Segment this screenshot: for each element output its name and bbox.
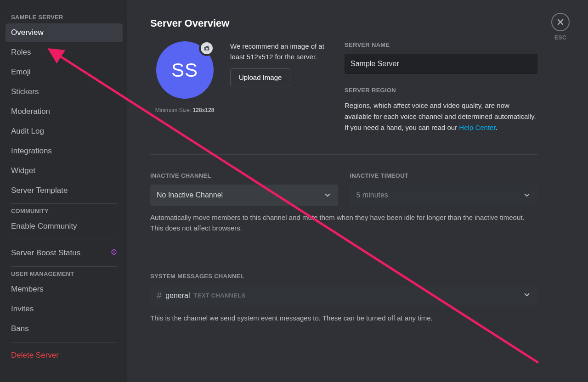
- section-divider: [150, 255, 537, 255]
- sidebar-item-label: Overview: [11, 28, 44, 38]
- select-value: 5 minutes: [356, 191, 388, 199]
- sidebar-item-enable-community[interactable]: Enable Community: [6, 217, 123, 236]
- inactive-timeout-select[interactable]: 5 minutes: [350, 185, 538, 206]
- esc-label: ESC: [551, 34, 570, 41]
- sidebar-item-label: Roles: [11, 47, 31, 58]
- inactive-help-text: Automatically move members to this chann…: [150, 212, 537, 234]
- settings-sidebar: SAMPLE SERVER Overview Roles Emoji Stick…: [0, 0, 127, 382]
- sidebar-divider: [11, 342, 117, 343]
- boost-gem-icon: [111, 248, 117, 258]
- main-content: Server Overview SS Minimum Size: 128x128…: [127, 0, 588, 382]
- sidebar-divider: [11, 203, 117, 204]
- sidebar-section-community: COMMUNITY: [6, 208, 123, 217]
- system-messages-help-text: This is the channel we send system event…: [150, 313, 537, 323]
- svg-point-0: [113, 252, 115, 253]
- upload-hint-text: We recommend an image of at least 512x51…: [230, 41, 334, 62]
- server-name-input[interactable]: [345, 54, 537, 74]
- inactive-channel-select[interactable]: No Inactive Channel: [150, 185, 338, 206]
- server-region-text: Regions, which affect voice and video qu…: [345, 100, 537, 133]
- close-area: ESC: [551, 13, 570, 41]
- sidebar-item-label: Server Template: [11, 185, 68, 196]
- minimum-size-label: Minimum Size: 128x128: [150, 107, 219, 113]
- sidebar-item-label: Server Boost Status: [11, 248, 80, 258]
- page-title: Server Overview: [150, 17, 537, 29]
- sidebar-item-invites[interactable]: Invites: [6, 300, 123, 319]
- sidebar-item-roles[interactable]: Roles: [6, 43, 123, 62]
- inactive-timeout-label: INACTIVE TIMEOUT: [350, 172, 538, 179]
- sidebar-item-label: Invites: [11, 304, 34, 315]
- select-value: No Inactive Channel: [157, 191, 223, 199]
- sidebar-item-members[interactable]: Members: [6, 280, 123, 299]
- sidebar-item-label: Stickers: [11, 87, 39, 97]
- sidebar-item-audit-log[interactable]: Audit Log: [6, 122, 123, 141]
- sidebar-item-server-template[interactable]: Server Template: [6, 181, 123, 200]
- sidebar-divider: [11, 240, 117, 240]
- chevron-down-icon: [323, 191, 332, 199]
- chevron-down-icon: [523, 191, 531, 199]
- upload-image-button[interactable]: Upload Image: [230, 68, 290, 86]
- server-region-label: SERVER REGION: [345, 87, 537, 94]
- sidebar-item-overview[interactable]: Overview: [6, 23, 123, 42]
- sidebar-item-label: Integrations: [11, 146, 52, 157]
- sidebar-section-server: SAMPLE SERVER: [6, 14, 123, 23]
- sidebar-item-integrations[interactable]: Integrations: [6, 142, 123, 161]
- sidebar-item-label: Emoji: [11, 67, 31, 78]
- upload-image-icon[interactable]: [199, 40, 215, 56]
- sidebar-item-label: Delete Server: [11, 350, 59, 361]
- svg-rect-2: [207, 46, 209, 46]
- sidebar-item-label: Enable Community: [11, 221, 77, 232]
- sidebar-item-label: Members: [11, 284, 44, 295]
- server-avatar[interactable]: SS: [156, 41, 214, 99]
- inactive-channel-label: INACTIVE CHANNEL: [150, 172, 338, 179]
- system-messages-channel-select[interactable]: # general TEXT CHANNELS: [150, 285, 537, 306]
- sidebar-item-delete-server[interactable]: Delete Server: [6, 346, 123, 365]
- sidebar-item-emoji[interactable]: Emoji: [6, 63, 123, 82]
- sidebar-item-moderation[interactable]: Moderation: [6, 102, 123, 121]
- sidebar-section-user-management: USER MANAGEMENT: [6, 270, 123, 280]
- sidebar-item-widget[interactable]: Widget: [6, 162, 123, 180]
- sidebar-divider: [11, 266, 117, 267]
- system-messages-channel-label: SYSTEM MESSAGES CHANNEL: [150, 273, 537, 280]
- sidebar-item-label: Bans: [11, 324, 29, 334]
- close-button[interactable]: [551, 13, 570, 31]
- select-category: TEXT CHANNELS: [194, 292, 246, 299]
- sidebar-item-bans[interactable]: Bans: [6, 320, 123, 338]
- help-center-link[interactable]: Help Center: [459, 124, 495, 131]
- sidebar-item-label: Widget: [11, 166, 35, 176]
- hash-icon: #: [157, 290, 162, 301]
- section-divider: [150, 154, 537, 155]
- sidebar-item-label: Audit Log: [11, 126, 44, 137]
- sidebar-item-label: Moderation: [11, 107, 50, 117]
- sidebar-item-stickers[interactable]: Stickers: [6, 83, 123, 101]
- sidebar-item-server-boost[interactable]: Server Boost Status: [6, 244, 123, 263]
- select-value: general: [165, 292, 190, 300]
- server-name-label: SERVER NAME: [345, 41, 537, 48]
- chevron-down-icon: [523, 291, 531, 301]
